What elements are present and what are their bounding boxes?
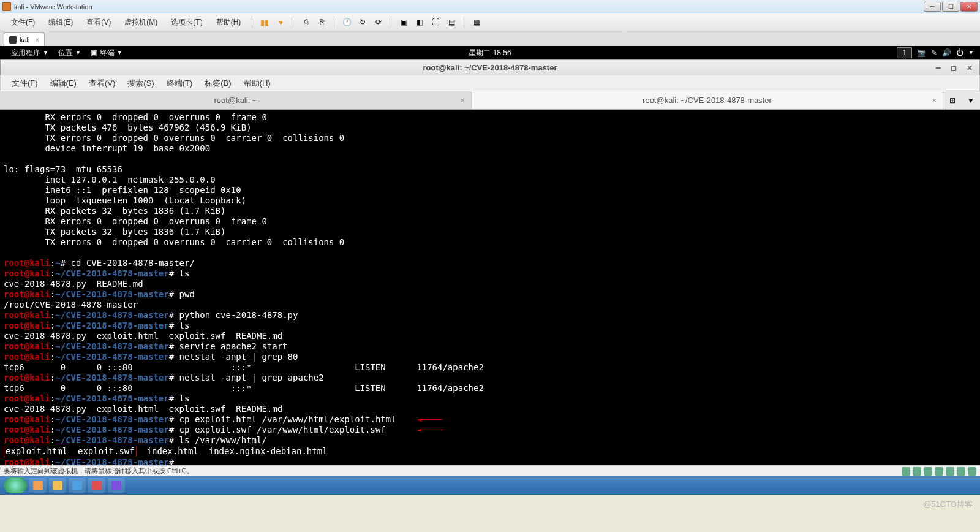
menu-file[interactable]: 文件(F): [5, 15, 41, 30]
term-close-button[interactable]: ✕: [965, 63, 974, 73]
term-menu-help[interactable]: 帮助(H): [238, 75, 277, 91]
divider: [252, 16, 252, 28]
menu-vm[interactable]: 虚拟机(M): [118, 15, 164, 30]
unity-button[interactable]: ◧: [412, 15, 427, 29]
clock-button[interactable]: 🕐: [339, 15, 354, 29]
divider: [464, 16, 464, 28]
terminal-icon: ▣: [91, 48, 97, 57]
status-device-icon[interactable]: [957, 467, 965, 476]
snapshot-manage-button[interactable]: ⎘: [314, 15, 329, 29]
menu-edit[interactable]: 编辑(E): [42, 15, 79, 30]
power-icon[interactable]: ⏻: [956, 48, 963, 57]
term-maximize-button[interactable]: ◻: [949, 63, 959, 73]
ctrl-alt-del-button[interactable]: ↻: [355, 15, 370, 29]
menu-view[interactable]: 查看(V): [80, 15, 117, 30]
kali-terminal-menu[interactable]: ▣ 终端▼: [86, 48, 127, 58]
terminal-title: root@kali: ~/CVE-2018-4878-master: [423, 63, 557, 72]
window-title: kali - VMware Workstation: [14, 3, 92, 10]
kali-datetime[interactable]: 星期二 18:56: [469, 48, 511, 58]
app-icon: [33, 481, 43, 490]
new-tab-button[interactable]: ⊞: [943, 91, 962, 109]
windows-taskbar: [0, 476, 980, 495]
terminal-titlebar: root@kali: ~/CVE-2018-4878-master ━ ◻ ✕: [0, 59, 980, 75]
fit-button[interactable]: ⛶: [428, 15, 443, 29]
divider: [334, 16, 334, 28]
terminal-tab-1[interactable]: root@kali: ~ ×: [0, 91, 472, 109]
status-device-icon[interactable]: [946, 467, 954, 476]
pause-button[interactable]: ▮▮: [257, 15, 272, 29]
tab-dropdown-button[interactable]: ▼: [962, 91, 980, 109]
workspace-indicator[interactable]: 1: [897, 47, 912, 58]
screwdriver-icon[interactable]: ✎: [931, 48, 937, 57]
status-device-icon[interactable]: [924, 467, 932, 476]
app-icon: [92, 481, 102, 490]
vmware-icon: [2, 2, 11, 11]
kali-places-menu[interactable]: 位置▼: [53, 48, 86, 58]
dropdown-icon[interactable]: ▼: [968, 50, 974, 56]
taskbar-item[interactable]: [108, 478, 125, 493]
show-toolbar-button[interactable]: ▤: [444, 15, 459, 29]
app-icon: [53, 481, 62, 490]
volume-icon[interactable]: 🔊: [942, 48, 951, 57]
vm-tab-label: kali: [20, 36, 30, 44]
close-icon[interactable]: ×: [460, 96, 465, 105]
close-button[interactable]: ✕: [960, 2, 978, 12]
term-menu-edit[interactable]: 编辑(E): [44, 75, 83, 91]
status-device-icon[interactable]: [902, 467, 910, 476]
term-menu-view[interactable]: 查看(V): [83, 75, 121, 91]
status-device-icon[interactable]: [913, 467, 921, 476]
app-icon: [111, 481, 121, 490]
minimize-button[interactable]: ─: [924, 2, 941, 12]
taskbar-item[interactable]: [88, 478, 105, 493]
menu-tabs[interactable]: 选项卡(T): [165, 15, 208, 30]
kali-topbar: 应用程序▼ 位置▼ ▣ 终端▼ 星期二 18:56 1 📷 ✎ 🔊 ⏻ ▼: [0, 46, 980, 59]
maximize-button[interactable]: ☐: [942, 2, 959, 12]
watermark: @51CTO博客: [923, 499, 973, 510]
vm-tab-close-icon[interactable]: ×: [36, 36, 39, 44]
taskbar-item[interactable]: [69, 478, 86, 493]
play-dropdown-button[interactable]: ▾: [273, 15, 288, 29]
library-button[interactable]: ▦: [469, 15, 484, 29]
menu-help[interactable]: 帮助(H): [210, 15, 247, 30]
status-device-icon[interactable]: [935, 467, 943, 476]
fullscreen-button[interactable]: ▣: [396, 15, 411, 29]
close-icon[interactable]: ×: [932, 96, 937, 105]
vmware-tabbar: kali ×: [0, 31, 980, 46]
terminal-tab-2[interactable]: root@kali: ~/CVE-2018-4878-master ×: [472, 91, 943, 109]
taskbar-item[interactable]: [49, 478, 66, 493]
camera-icon[interactable]: 📷: [917, 48, 926, 57]
term-menu-file[interactable]: 文件(F): [6, 75, 44, 91]
terminal-menubar: 文件(F) 编辑(E) 查看(V) 搜索(S) 终端(T) 标签(B) 帮助(H…: [0, 75, 980, 91]
taskbar-item[interactable]: [29, 478, 47, 493]
term-menu-tabs[interactable]: 标签(B): [198, 75, 237, 91]
status-text: 要将输入定向到该虚拟机，请将鼠标指针移入其中或按 Ctrl+G。: [4, 466, 194, 476]
vm-tab-kali[interactable]: kali ×: [4, 32, 45, 46]
refresh-button[interactable]: ⟳: [371, 15, 386, 29]
divider: [391, 16, 391, 28]
term-minimize-button[interactable]: ━: [933, 63, 943, 73]
snapshot-button[interactable]: ⎙: [298, 15, 313, 29]
vm-tab-icon: [9, 36, 17, 44]
terminal-output[interactable]: RX errors 0 dropped 0 overruns 0 frame 0…: [0, 110, 980, 465]
vmware-menubar: 文件(F) 编辑(E) 查看(V) 虚拟机(M) 选项卡(T) 帮助(H) ▮▮…: [0, 13, 980, 31]
terminal-tabbar: root@kali: ~ × root@kali: ~/CVE-2018-487…: [0, 91, 980, 110]
app-icon: [72, 481, 82, 490]
vmware-statusbar: 要将输入定向到该虚拟机，请将鼠标指针移入其中或按 Ctrl+G。: [0, 465, 980, 476]
term-menu-search[interactable]: 搜索(S): [121, 75, 160, 91]
kali-applications-menu[interactable]: 应用程序▼: [6, 48, 53, 58]
status-device-icon[interactable]: [968, 467, 976, 476]
windows-titlebar: kali - VMware Workstation ─ ☐ ✕: [0, 0, 980, 13]
divider: [293, 16, 293, 28]
start-button[interactable]: [4, 477, 27, 493]
term-menu-terminal[interactable]: 终端(T): [160, 75, 199, 91]
